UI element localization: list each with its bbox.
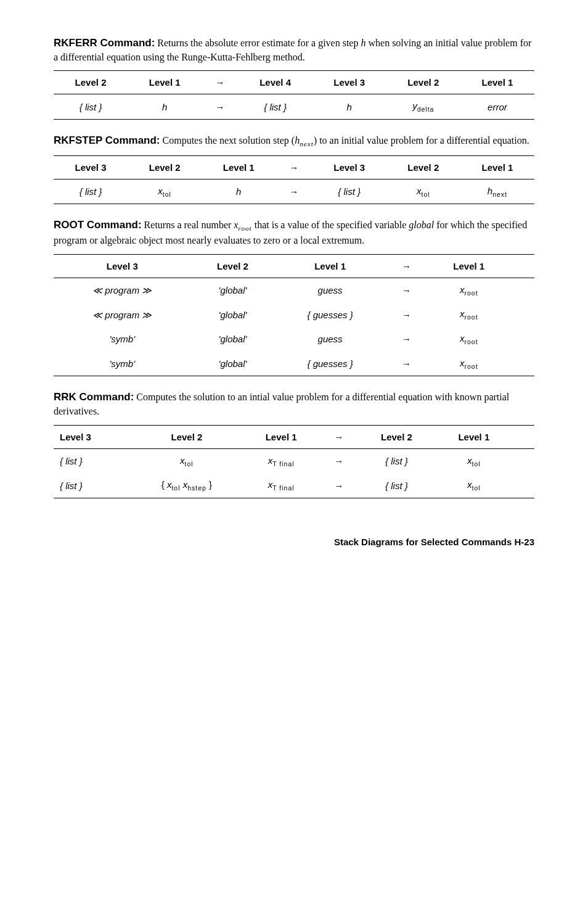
- table-row: { list } xtol h → { list } xtol hnext: [54, 179, 534, 204]
- cell: xroot: [427, 278, 511, 302]
- cell: →: [386, 352, 427, 376]
- col-header: Level 1: [427, 254, 511, 278]
- cell: xtol: [435, 473, 512, 498]
- col-header: Level 1: [242, 425, 319, 448]
- cell: { list }: [54, 179, 128, 204]
- table-row: { list } xtol xT final → { list } xtol: [54, 448, 534, 473]
- table-header-row: Level 3 Level 2 Level 1 → Level 3 Level …: [54, 155, 534, 179]
- cell: →: [386, 327, 427, 352]
- col-header: Level 2: [386, 155, 460, 179]
- rkferr-paragraph: RKFERR Command: Returns the absolute err…: [54, 36, 534, 64]
- col-header: Level 3: [312, 155, 386, 179]
- col-header: Level 3: [312, 71, 386, 94]
- table-row: { list } { xtol xhstep } xT final → { li…: [54, 473, 534, 498]
- cell: { list }: [239, 94, 312, 120]
- cell: →: [202, 94, 238, 120]
- col-header: Level 4: [239, 71, 312, 94]
- col-header: →: [386, 254, 427, 278]
- cell: h: [202, 179, 276, 204]
- page-footer: Stack Diagrams for Selected Commands H-2…: [54, 535, 534, 548]
- col-header: Level 3: [54, 155, 128, 179]
- cell: →: [386, 302, 427, 327]
- col-header: Level 2: [386, 71, 460, 94]
- cell: 'global': [191, 352, 275, 376]
- col-header: Level 2: [191, 254, 275, 278]
- root-table: Level 3 Level 2 Level 1 → Level 1 ≪ prog…: [54, 254, 534, 377]
- cell: xroot: [427, 352, 511, 376]
- cell: { list }: [358, 473, 435, 498]
- col-header: Level 2: [128, 155, 202, 179]
- cell: 'global': [191, 302, 275, 327]
- rkfstep-paragraph: RKFSTEP Command: Computes the next solut…: [54, 133, 534, 149]
- cell: { list }: [312, 179, 386, 204]
- cell: guess: [274, 278, 386, 302]
- root-heading: ROOT Command:: [54, 219, 142, 231]
- col-header: Level 3: [54, 254, 191, 278]
- cell: →: [276, 179, 312, 204]
- table-header-row: Level 2 Level 1 → Level 4 Level 3 Level …: [54, 71, 534, 94]
- col-header: Level 1: [128, 71, 202, 94]
- cell: xT final: [242, 473, 319, 498]
- col-header: Level 1: [460, 155, 534, 179]
- col-header: Level 3: [54, 425, 131, 448]
- cell: xtol: [128, 179, 202, 204]
- cell: { xtol xhstep }: [131, 473, 242, 498]
- col-header: Level 1: [202, 155, 276, 179]
- cell: xtol: [131, 448, 242, 473]
- cell: xtol: [435, 448, 512, 473]
- cell: { list }: [54, 94, 128, 120]
- table-row: ≪ program ≫ 'global' { guesses } → xroot: [54, 302, 534, 327]
- table-row: { list } h → { list } h ydelta error: [54, 94, 534, 120]
- table-header-row: Level 3 Level 2 Level 1 → Level 1: [54, 254, 534, 278]
- cell: hnext: [460, 179, 534, 204]
- cell: guess: [274, 327, 386, 352]
- rrk-table: Level 3 Level 2 Level 1 → Level 2 Level …: [54, 425, 534, 498]
- cell: →: [386, 278, 427, 302]
- col-header: →: [276, 155, 312, 179]
- cell: xT final: [242, 448, 319, 473]
- table-row: ≪ program ≫ 'global' guess → xroot: [54, 278, 534, 302]
- cell: 'symb': [54, 327, 191, 352]
- cell: ≪ program ≫: [54, 302, 191, 327]
- cell: { guesses }: [274, 302, 386, 327]
- table-header-row: Level 3 Level 2 Level 1 → Level 2 Level …: [54, 425, 534, 448]
- cell: h: [312, 94, 386, 120]
- cell: { guesses }: [274, 352, 386, 376]
- col-header: →: [202, 71, 238, 94]
- cell: →: [320, 473, 358, 498]
- col-header: Level 2: [358, 425, 435, 448]
- col-header: Level 1: [460, 71, 534, 94]
- rrk-heading: RRK Command:: [54, 391, 134, 403]
- cell: xroot: [427, 327, 511, 352]
- cell: 'symb': [54, 352, 191, 376]
- cell: ydelta: [386, 94, 460, 120]
- table-row: 'symb' 'global' guess → xroot: [54, 327, 534, 352]
- rkfstep-table: Level 3 Level 2 Level 1 → Level 3 Level …: [54, 155, 534, 205]
- cell: xtol: [386, 179, 460, 204]
- col-header: Level 1: [435, 425, 512, 448]
- cell: { list }: [358, 448, 435, 473]
- cell: xroot: [427, 302, 511, 327]
- col-header: Level 2: [54, 71, 128, 94]
- cell: 'global': [191, 278, 275, 302]
- rkferr-heading: RKFERR Command:: [54, 37, 155, 49]
- cell: h: [128, 94, 202, 120]
- cell: ≪ program ≫: [54, 278, 191, 302]
- rkfstep-heading: RKFSTEP Command:: [54, 134, 160, 146]
- cell: { list }: [54, 448, 131, 473]
- col-header: Level 1: [274, 254, 386, 278]
- cell: 'global': [191, 327, 275, 352]
- rkferr-table: Level 2 Level 1 → Level 4 Level 3 Level …: [54, 70, 534, 120]
- rrk-paragraph: RRK Command: Computes the solution to an…: [54, 390, 534, 418]
- col-header: Level 2: [131, 425, 242, 448]
- rkfstep-desc: Computes the next solution step (hnext) …: [163, 135, 529, 146]
- cell: { list }: [54, 473, 131, 498]
- cell: →: [320, 448, 358, 473]
- root-paragraph: ROOT Command: Returns a real number xroo…: [54, 218, 534, 247]
- col-header: →: [320, 425, 358, 448]
- table-row: 'symb' 'global' { guesses } → xroot: [54, 352, 534, 376]
- cell: error: [460, 94, 534, 120]
